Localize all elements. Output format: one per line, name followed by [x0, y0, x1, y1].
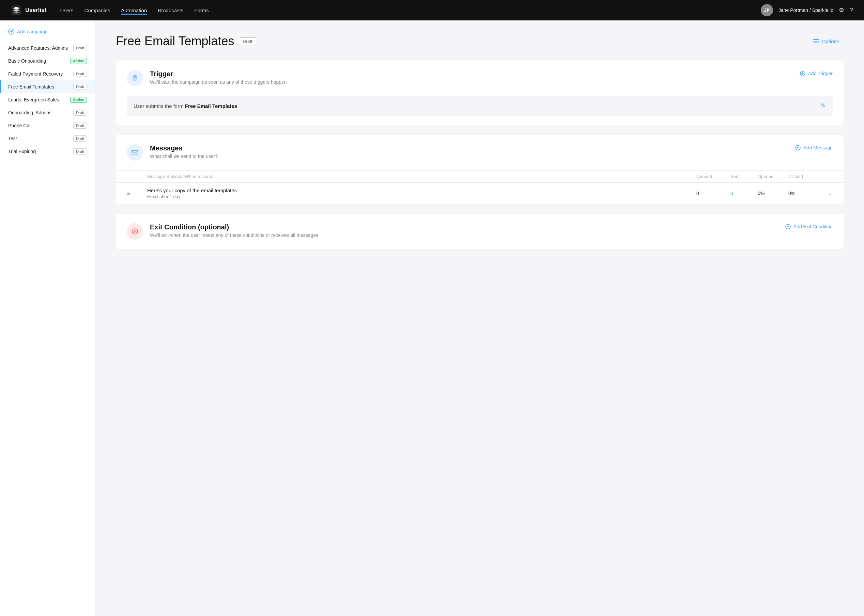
messages-title: Messages: [150, 144, 218, 152]
message-sent: 0: [730, 190, 758, 196]
exit-icon-area: Exit Condition (optional) We'll exit whe…: [127, 223, 785, 240]
sidebar-item-free-email-templates[interactable]: Free Email Templates Draft: [0, 80, 95, 93]
drag-handle-icon[interactable]: ≡: [127, 190, 147, 197]
message-when: Email after 1 day: [147, 194, 696, 199]
campaign-badge: Draft: [73, 135, 87, 141]
sidebar-item-advanced-features[interactable]: Advanced Features: Admins Draft: [0, 41, 95, 55]
campaign-badge: Active: [70, 97, 87, 103]
add-message-label: Add Message: [803, 145, 832, 151]
col-opened: Opened: [758, 174, 788, 179]
logo-text: Userlist: [25, 7, 46, 14]
add-trigger-button[interactable]: Add Trigger: [800, 70, 832, 76]
trigger-icon-area: Trigger We'll start the campaign as soon…: [127, 70, 800, 86]
message-clicked: 0%: [788, 190, 819, 196]
svg-point-7: [134, 77, 136, 78]
sidebar-item-onboarding-admins[interactable]: Onboarding: Admins Draft: [0, 106, 95, 119]
campaign-name: Advanced Features: Admins: [8, 45, 68, 51]
col-clicked: Clicked: [788, 174, 819, 179]
campaign-name: Basic Onboarding: [8, 58, 46, 64]
expand-message-icon[interactable]: ⌄: [819, 190, 832, 197]
trigger-highlight: Free Email Templates: [185, 103, 237, 109]
help-icon[interactable]: ?: [850, 7, 853, 14]
messages-icon-circle: [127, 144, 143, 160]
campaign-badge: Active: [70, 58, 87, 64]
sidebar-item-phone-call[interactable]: Phone Call Draft: [0, 119, 95, 132]
campaign-name: Leads: Evergreen Sales: [8, 97, 59, 102]
trigger-subtitle: We'll start the campaign as soon as any …: [150, 79, 287, 85]
add-message-button[interactable]: Add Message: [795, 144, 832, 151]
exit-text-area: Exit Condition (optional) We'll exit whe…: [150, 223, 318, 238]
nav-forms[interactable]: Forms: [194, 6, 209, 15]
add-campaign-label: Add campaign: [17, 29, 48, 35]
page-header: Free Email Templates Draft Options...: [116, 34, 844, 48]
exit-title: Exit Condition (optional): [150, 223, 318, 231]
sidebar-item-test[interactable]: Test Draft: [0, 132, 95, 145]
campaign-name: Trial Expiring: [8, 149, 36, 154]
trigger-text-area: Trigger We'll start the campaign as soon…: [150, 70, 287, 85]
exit-section-header: Exit Condition (optional) We'll exit whe…: [116, 214, 844, 249]
exit-section: Exit Condition (optional) We'll exit whe…: [116, 214, 844, 249]
col-sent: Sent: [730, 174, 758, 179]
add-trigger-label: Add Trigger: [808, 71, 832, 76]
campaign-badge: Draft: [73, 71, 87, 77]
options-button[interactable]: Options...: [813, 38, 844, 44]
trigger-text: User submits the form Free Email Templat…: [134, 103, 237, 109]
page-title: Free Email Templates: [116, 34, 234, 48]
col-drag: [127, 174, 147, 179]
message-opened: 0%: [758, 190, 788, 196]
col-expand: [819, 174, 832, 179]
page-title-row: Free Email Templates Draft: [116, 34, 256, 48]
nav-automation[interactable]: Automation: [121, 6, 147, 15]
campaign-name: Onboarding: Admins: [8, 110, 52, 115]
top-navigation: Userlist Users Companies Automation Broa…: [0, 0, 864, 20]
campaign-name: Test: [8, 136, 17, 141]
nav-users[interactable]: Users: [60, 6, 73, 15]
nav-right: JP Jane Portman / Sparkle.io ⚙ ?: [761, 4, 853, 16]
trigger-icon-circle: [127, 70, 143, 86]
nav-companies[interactable]: Companies: [85, 6, 110, 15]
page-draft-badge: Draft: [239, 38, 256, 45]
messages-table: Message Subject / When to send Queued Se…: [116, 170, 844, 204]
campaign-badge: Draft: [73, 123, 87, 129]
add-exit-condition-button[interactable]: Add Exit Condition: [785, 223, 832, 229]
col-queued: Queued: [696, 174, 730, 179]
message-queued: 0: [696, 190, 730, 196]
exit-subtitle: We'll exit when the user meets any of th…: [150, 233, 318, 238]
sidebar-item-trial-expiring[interactable]: Trial Expiring Draft: [0, 145, 95, 158]
message-subject: Here's your copy of the email templates: [147, 187, 696, 193]
avatar: JP: [761, 4, 773, 16]
sidebar-item-basic-onboarding[interactable]: Basic Onboarding Active: [0, 55, 95, 68]
options-label: Options...: [822, 38, 844, 44]
messages-subtitle: What shall we send to the user?: [150, 154, 218, 159]
app-body: Add campaign Advanced Features: Admins D…: [0, 20, 864, 616]
trigger-title: Trigger: [150, 70, 287, 78]
campaign-badge: Draft: [73, 84, 87, 90]
messages-section: Messages What shall we send to the user?…: [116, 135, 844, 204]
col-subject: Message Subject / When to send: [147, 174, 696, 179]
campaign-name: Free Email Templates: [8, 84, 54, 90]
nav-links: Users Companies Automation Broadcasts Fo…: [60, 6, 747, 15]
add-campaign-button[interactable]: Add campaign: [0, 28, 95, 41]
trigger-block: User submits the form Free Email Templat…: [127, 96, 832, 116]
message-subject-cell: Here's your copy of the email templates …: [147, 187, 696, 199]
table-row[interactable]: ≡ Here's your copy of the email template…: [116, 183, 844, 204]
sidebar-item-failed-payment[interactable]: Failed Payment Recovery Draft: [0, 68, 95, 80]
messages-table-header: Message Subject / When to send Queued Se…: [116, 171, 844, 183]
settings-icon[interactable]: ⚙: [839, 6, 844, 14]
edit-trigger-icon[interactable]: ✎: [821, 102, 826, 110]
campaign-badge: Draft: [73, 110, 87, 116]
messages-text-area: Messages What shall we send to the user?: [150, 144, 218, 159]
campaign-badge: Draft: [73, 45, 87, 51]
add-exit-condition-label: Add Exit Condition: [793, 224, 832, 229]
sidebar-item-leads-evergreen[interactable]: Leads: Evergreen Sales Active: [0, 93, 95, 106]
campaign-badge: Draft: [73, 148, 87, 154]
app-logo[interactable]: Userlist: [11, 5, 46, 16]
svg-rect-11: [132, 151, 138, 155]
nav-username: Jane Portman / Sparkle.io: [779, 8, 833, 13]
exit-icon-circle: [127, 223, 143, 240]
campaign-name: Failed Payment Recovery: [8, 71, 63, 77]
trigger-section-header: Trigger We'll start the campaign as soon…: [116, 61, 844, 96]
campaign-name: Phone Call: [8, 123, 32, 128]
trigger-section: Trigger We'll start the campaign as soon…: [116, 61, 844, 125]
nav-broadcasts[interactable]: Broadcasts: [158, 6, 183, 15]
